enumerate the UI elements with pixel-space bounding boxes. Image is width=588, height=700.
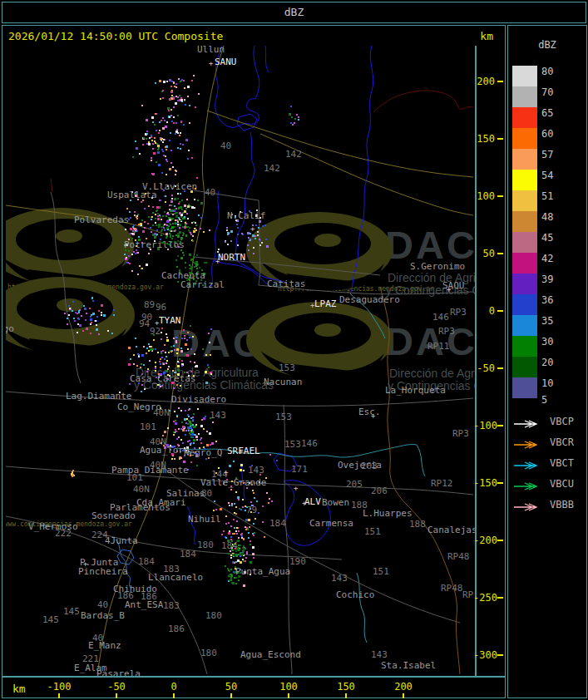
- scale-swatch-57: [512, 149, 537, 170]
- route-number-label: 184: [269, 519, 286, 528]
- x-tick-mark: [345, 693, 347, 698]
- route-number-label: 184: [221, 541, 238, 550]
- route-number-label: 40: [220, 141, 231, 150]
- scale-label-80: 80: [541, 67, 566, 76]
- station-marker: +: [447, 286, 451, 293]
- place-label: Ullun: [197, 46, 225, 54]
- y-tick-200: 200: [473, 76, 495, 87]
- x-axis: km -100-50050100150200: [2, 676, 505, 699]
- scale-label-54: 54: [541, 170, 566, 180]
- route-number-label: 151: [373, 567, 389, 576]
- scale-swatch-65: [512, 107, 537, 128]
- route-number-label: RP12: [431, 479, 453, 488]
- radar-display-window: 2026/01/12 14:50:00 UTC Composite km htt…: [2, 25, 506, 698]
- scale-swatch-35: [512, 315, 537, 336]
- x-tick-150: 150: [337, 681, 355, 693]
- route-number-label: 40: [97, 600, 108, 609]
- arrow-icon: [513, 419, 541, 429]
- place-label: 4Junta: [105, 536, 138, 545]
- place-label: Divisadero: [171, 395, 226, 404]
- station-marker: +: [294, 485, 298, 492]
- y-tick-150: 150: [473, 133, 495, 145]
- arrow-icon: [513, 481, 541, 491]
- route-number-label: 188: [351, 500, 368, 510]
- route-number-label: 101: [126, 473, 143, 482]
- scale-label-45: 45: [541, 233, 566, 243]
- legend-label-vbbb: VBBB: [550, 500, 574, 510]
- y-tick--100: -100: [473, 420, 495, 431]
- route-number-label: 40N: [153, 408, 170, 417]
- scale-label-51: 51: [541, 191, 566, 201]
- arrow-icon: [513, 440, 541, 450]
- scale-swatch-54: [512, 170, 537, 190]
- scale-title: dBZ: [508, 39, 586, 51]
- legend-row-vbbb: VBBB: [513, 500, 541, 516]
- scale-swatch-60: [512, 128, 537, 149]
- y-tick-mark: [497, 310, 503, 312]
- scale-swatch-48: [512, 211, 537, 232]
- station-marker: +: [83, 560, 87, 568]
- y-tick--300: -300: [473, 649, 495, 661]
- scale-swatch-39: [512, 274, 537, 294]
- x-tick-mark: [58, 693, 60, 698]
- station-code-label: SRFAEL: [227, 446, 260, 456]
- x-tick--50: -50: [107, 681, 126, 693]
- timestamp-label: 2026/01/12 14:50:00 UTC Composite: [8, 30, 223, 42]
- place-label: Sta.Isabel: [381, 661, 436, 670]
- station-marker: +: [224, 469, 228, 476]
- legend-row-vbcu: VBCU: [513, 479, 541, 495]
- station-marker: +: [215, 258, 220, 265]
- scale-label-42: 42: [541, 254, 566, 264]
- map-label-layer: UllunV.LlavicenUspallataPolvaredasN.Cali…: [6, 46, 475, 676]
- route-number-label: 146: [432, 313, 449, 322]
- status-bar: 2026/01/12 14:50:00 UTC Composite km: [2, 26, 505, 46]
- route-number-label: 96: [156, 303, 166, 312]
- place-label: Canalejas: [427, 525, 477, 535]
- place-label: La_Horqueta: [385, 386, 446, 395]
- scale-swatch-42: [512, 253, 537, 274]
- place-label: Uspallata: [107, 190, 157, 200]
- y-tick-mark: [497, 540, 503, 541]
- scale-label-57: 57: [541, 150, 566, 160]
- route-number-label: 221: [82, 654, 99, 663]
- y-tick-mark: [497, 597, 503, 599]
- route-number-label: 143: [331, 574, 348, 583]
- station-marker: +: [209, 60, 213, 67]
- arrow-icon: [513, 502, 541, 512]
- scale-label-48: 48: [541, 212, 566, 222]
- y-tick-100: 100: [473, 190, 495, 202]
- y-tick--150: -150: [473, 477, 495, 489]
- y-tick-mark: [497, 654, 503, 656]
- route-number-label: 142: [264, 164, 280, 173]
- route-number-label: 206: [371, 486, 388, 495]
- legend-label-vbct: VBCT: [550, 458, 574, 468]
- place-label: Pasarela: [96, 669, 141, 676]
- x-tick-mark: [116, 693, 117, 698]
- route-number-label: 171: [291, 465, 308, 474]
- route-number-label: 224: [91, 530, 108, 540]
- station-marker: +: [302, 500, 306, 507]
- route-number-label: 153: [279, 363, 295, 372]
- scale-label-30: 30: [541, 337, 566, 347]
- y-axis: 200150100500-50-100-150-200-250-300: [473, 46, 504, 676]
- place-label: ago: [6, 324, 14, 333]
- place-label: Sosneado: [91, 511, 136, 520]
- route-number-label: 183: [163, 601, 180, 610]
- scale-label-65: 65: [541, 108, 566, 118]
- scale-swatch-20: [512, 357, 537, 377]
- y-tick-mark: [497, 138, 503, 140]
- route-number-label: 89: [144, 300, 155, 309]
- station-code-label: SANU: [215, 57, 237, 67]
- route-number-label: 153: [275, 412, 292, 421]
- place-label: Valle_Grande: [200, 478, 266, 487]
- scale-swatch-51: [512, 190, 537, 211]
- route-number-label: RP48: [441, 584, 463, 593]
- route-number-label: RP3: [438, 327, 455, 336]
- arrow-icon: [513, 461, 541, 471]
- y-tick-mark: [497, 195, 503, 197]
- x-tick-mark: [403, 693, 404, 698]
- scale-swatch-36: [512, 294, 537, 315]
- route-number-label: 190: [289, 557, 306, 566]
- route-number-label: 101: [140, 422, 156, 431]
- route-number-label: 146: [301, 439, 318, 448]
